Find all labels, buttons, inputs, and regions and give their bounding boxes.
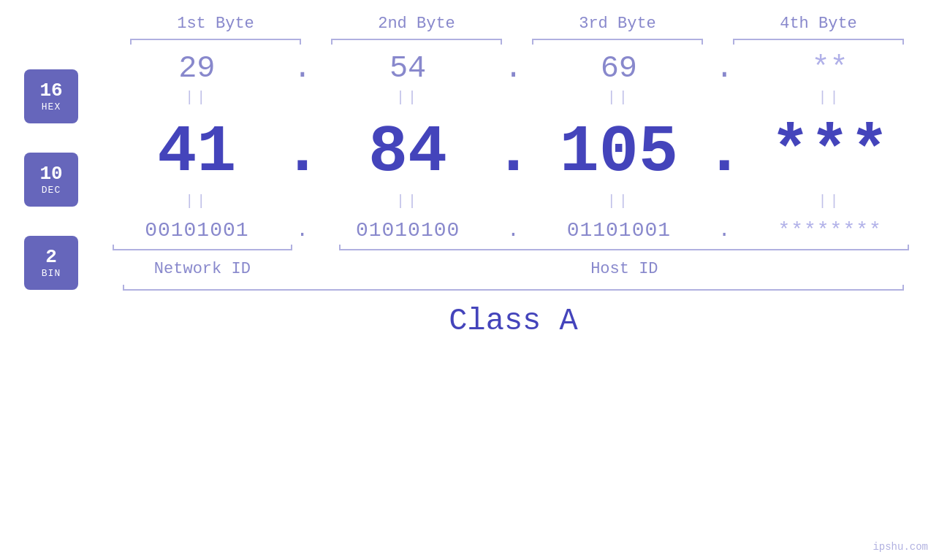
dot-spacer xyxy=(303,249,324,278)
byte-headers-row: 1st Byte 2nd Byte 3rd Byte 4th Byte xyxy=(115,15,919,39)
byte-header-3: 3rd Byte xyxy=(517,15,718,39)
watermark: ipshu.com xyxy=(873,541,928,553)
dec-byte1: 41 xyxy=(102,115,292,190)
network-id-bracket xyxy=(113,249,292,250)
dec-dot-1: . xyxy=(292,115,313,190)
bin-badge-number: 2 xyxy=(45,247,57,268)
sep-1-2: || xyxy=(313,89,503,106)
dec-dot-3: . xyxy=(713,115,735,190)
bracket-byte1 xyxy=(130,39,301,40)
hex-byte4: ** xyxy=(735,51,924,86)
bracket-byte4 xyxy=(733,39,904,40)
bin-dot-2: . xyxy=(503,219,525,242)
bin-value-2: 01010100 xyxy=(356,219,460,242)
hex-value-1: 29 xyxy=(178,51,215,86)
hex-row: 29 . 54 . 69 . ** xyxy=(102,51,924,86)
hex-badge: 16 HEX xyxy=(24,69,78,123)
class-label: Class A xyxy=(449,304,577,339)
byte-header-4: 4th Byte xyxy=(718,15,919,39)
dec-dot-2: . xyxy=(503,115,525,190)
hex-value-3: 69 xyxy=(601,51,637,86)
bin-row: 00101001 . 01010100 . 01101001 . xyxy=(102,219,924,242)
bin-badge-label: BIN xyxy=(42,268,61,279)
sep-row-2: || || || || xyxy=(102,190,924,212)
dec-badge-number: 10 xyxy=(39,164,62,185)
byte-header-1: 1st Byte xyxy=(115,15,316,39)
network-id-section: Network ID xyxy=(102,249,303,278)
host-id-bracket xyxy=(339,249,909,250)
bin-byte2: 01010100 xyxy=(313,219,503,242)
sep-row-1: || || || || xyxy=(102,86,924,108)
dec-value-2: 84 xyxy=(368,115,447,190)
sep-1-4: || xyxy=(735,89,924,106)
bin-byte3: 01101001 xyxy=(525,219,714,242)
bin-value-4: ******** xyxy=(778,219,881,242)
hex-dot-2: . xyxy=(503,51,525,86)
bin-value-1: 00101001 xyxy=(145,219,248,242)
sep-1-1: || xyxy=(102,89,292,106)
sep-2-4: || xyxy=(735,193,924,210)
id-brackets-row: Network ID Host ID xyxy=(102,249,924,278)
class-section: Class A xyxy=(102,289,924,339)
bracket-byte2 xyxy=(331,39,502,40)
main-container: 1st Byte 2nd Byte 3rd Byte 4th Byte 16 H… xyxy=(0,0,939,560)
class-bracket-right xyxy=(902,285,904,291)
dec-byte3: 105 xyxy=(525,115,714,190)
hex-dot-3: . xyxy=(713,51,735,86)
bracket-byte3 xyxy=(532,39,703,40)
sep-2-2: || xyxy=(313,193,503,210)
bin-dot-3: . xyxy=(713,219,735,242)
class-bracket xyxy=(123,289,904,291)
bin-badge: 2 BIN xyxy=(24,236,78,290)
dec-byte2: 84 xyxy=(313,115,503,190)
network-id-label: Network ID xyxy=(154,260,251,278)
dec-byte4: *** xyxy=(735,115,924,190)
bin-byte4: ******** xyxy=(735,219,924,242)
bin-dot-1: . xyxy=(292,219,313,242)
dec-value-3: 105 xyxy=(560,115,678,190)
class-bracket-left xyxy=(123,285,124,291)
hex-byte2: 54 xyxy=(313,51,503,86)
sep-2-1: || xyxy=(102,193,292,210)
sep-2-3: || xyxy=(525,193,714,210)
content-body: 16 HEX 10 DEC 2 BIN 29 . xyxy=(0,40,939,560)
values-area: 29 . 54 . 69 . ** xyxy=(102,40,939,339)
hex-byte1: 29 xyxy=(102,51,292,86)
hex-byte3: 69 xyxy=(525,51,714,86)
hex-value-4: ** xyxy=(811,51,848,86)
host-id-label: Host ID xyxy=(590,260,658,278)
dec-row: 41 . 84 . 105 . *** xyxy=(102,115,924,190)
hex-value-2: 54 xyxy=(389,51,426,86)
host-id-section: Host ID xyxy=(324,249,924,278)
bin-value-3: 01101001 xyxy=(567,219,671,242)
dec-value-4: *** xyxy=(771,115,889,190)
hex-badge-number: 16 xyxy=(39,80,62,101)
dec-value-1: 41 xyxy=(157,115,236,190)
hex-dot-1: . xyxy=(292,51,313,86)
bin-byte1: 00101001 xyxy=(102,219,292,242)
badges-column: 16 HEX 10 DEC 2 BIN xyxy=(0,40,102,319)
dec-badge: 10 DEC xyxy=(24,153,78,207)
byte-header-2: 2nd Byte xyxy=(316,15,517,39)
dec-badge-label: DEC xyxy=(42,185,61,196)
sep-1-3: || xyxy=(525,89,714,106)
hex-badge-label: HEX xyxy=(42,101,61,112)
